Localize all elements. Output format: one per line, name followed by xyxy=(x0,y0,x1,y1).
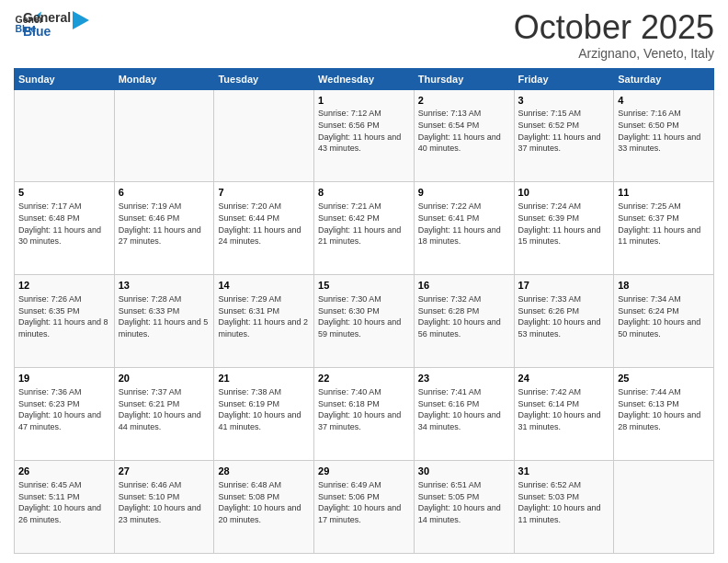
day-number: 19 xyxy=(18,372,110,385)
day-number: 2 xyxy=(418,94,510,108)
table-row: 4Sunrise: 7:16 AMSunset: 6:50 PMDaylight… xyxy=(614,89,714,182)
col-monday: Monday xyxy=(114,68,214,89)
day-info: Sunrise: 7:37 AMSunset: 6:21 PMDaylight:… xyxy=(119,386,210,432)
day-info: Sunrise: 7:36 AMSunset: 6:23 PMDaylight:… xyxy=(18,386,110,432)
day-number: 30 xyxy=(418,465,510,478)
table-row xyxy=(214,89,314,182)
day-number: 22 xyxy=(318,372,410,385)
col-wednesday: Wednesday xyxy=(314,68,415,89)
table-row: 25Sunrise: 7:44 AMSunset: 6:13 PMDayligh… xyxy=(614,368,714,461)
table-row: 16Sunrise: 7:32 AMSunset: 6:28 PMDayligh… xyxy=(414,275,514,368)
calendar-week-row: 1Sunrise: 7:12 AMSunset: 6:56 PMDaylight… xyxy=(15,89,714,182)
table-row: 12Sunrise: 7:26 AMSunset: 6:35 PMDayligh… xyxy=(15,275,115,368)
day-number: 23 xyxy=(418,372,510,385)
day-info: Sunrise: 7:16 AMSunset: 6:50 PMDaylight:… xyxy=(618,108,710,154)
month-title: October 2025 xyxy=(514,9,714,46)
day-info: Sunrise: 7:22 AMSunset: 6:41 PMDaylight:… xyxy=(418,201,510,247)
day-info: Sunrise: 6:49 AMSunset: 5:06 PMDaylight:… xyxy=(318,479,410,525)
day-info: Sunrise: 7:29 AMSunset: 6:31 PMDaylight:… xyxy=(218,293,310,339)
day-info: Sunrise: 7:40 AMSunset: 6:18 PMDaylight:… xyxy=(318,386,410,432)
day-number: 3 xyxy=(518,94,610,108)
day-number: 29 xyxy=(318,465,410,478)
day-number: 6 xyxy=(119,186,210,200)
day-number: 26 xyxy=(18,465,110,478)
day-number: 7 xyxy=(218,186,310,200)
day-info: Sunrise: 7:42 AMSunset: 6:14 PMDaylight:… xyxy=(518,386,610,432)
table-row: 5Sunrise: 7:17 AMSunset: 6:48 PMDaylight… xyxy=(15,182,115,275)
table-row: 10Sunrise: 7:24 AMSunset: 6:39 PMDayligh… xyxy=(514,182,614,275)
table-row: 8Sunrise: 7:21 AMSunset: 6:42 PMDaylight… xyxy=(314,182,415,275)
day-number: 31 xyxy=(518,465,610,478)
table-row: 11Sunrise: 7:25 AMSunset: 6:37 PMDayligh… xyxy=(614,182,714,275)
day-info: Sunrise: 7:28 AMSunset: 6:33 PMDaylight:… xyxy=(119,293,210,339)
table-row: 24Sunrise: 7:42 AMSunset: 6:14 PMDayligh… xyxy=(514,368,614,461)
table-row: 6Sunrise: 7:19 AMSunset: 6:46 PMDaylight… xyxy=(114,182,214,275)
day-number: 11 xyxy=(618,186,710,200)
day-info: Sunrise: 6:46 AMSunset: 5:10 PMDaylight:… xyxy=(119,479,210,525)
table-row xyxy=(614,461,714,554)
day-number: 1 xyxy=(318,94,410,108)
day-info: Sunrise: 7:25 AMSunset: 6:37 PMDaylight:… xyxy=(618,201,710,247)
day-number: 4 xyxy=(618,94,710,108)
day-number: 21 xyxy=(218,372,310,385)
day-number: 27 xyxy=(119,465,210,478)
day-number: 25 xyxy=(618,372,710,385)
day-info: Sunrise: 7:41 AMSunset: 6:16 PMDaylight:… xyxy=(418,386,510,432)
table-row: 21Sunrise: 7:38 AMSunset: 6:19 PMDayligh… xyxy=(214,368,314,461)
table-row: 27Sunrise: 6:46 AMSunset: 5:10 PMDayligh… xyxy=(114,461,214,554)
day-info: Sunrise: 7:19 AMSunset: 6:46 PMDaylight:… xyxy=(119,201,210,247)
table-row: 7Sunrise: 7:20 AMSunset: 6:44 PMDaylight… xyxy=(214,182,314,275)
calendar-week-row: 26Sunrise: 6:45 AMSunset: 5:11 PMDayligh… xyxy=(15,461,714,554)
day-number: 12 xyxy=(18,279,110,293)
calendar-week-row: 19Sunrise: 7:36 AMSunset: 6:23 PMDayligh… xyxy=(15,368,714,461)
day-number: 14 xyxy=(218,279,310,293)
day-info: Sunrise: 7:44 AMSunset: 6:13 PMDaylight:… xyxy=(618,386,710,432)
day-number: 28 xyxy=(218,465,310,478)
day-info: Sunrise: 6:51 AMSunset: 5:05 PMDaylight:… xyxy=(418,479,510,525)
page-header: General Blue General Blue October 2025 A… xyxy=(14,9,714,61)
day-number: 13 xyxy=(119,279,210,293)
table-row: 28Sunrise: 6:48 AMSunset: 5:08 PMDayligh… xyxy=(214,461,314,554)
table-row: 17Sunrise: 7:33 AMSunset: 6:26 PMDayligh… xyxy=(514,275,614,368)
day-info: Sunrise: 7:38 AMSunset: 6:19 PMDaylight:… xyxy=(218,386,310,432)
day-info: Sunrise: 6:48 AMSunset: 5:08 PMDaylight:… xyxy=(218,479,310,525)
col-thursday: Thursday xyxy=(414,68,514,89)
day-number: 18 xyxy=(618,279,710,293)
day-info: Sunrise: 7:34 AMSunset: 6:24 PMDaylight:… xyxy=(618,293,710,339)
logo-general: General xyxy=(23,11,71,25)
day-info: Sunrise: 7:26 AMSunset: 6:35 PMDaylight:… xyxy=(18,293,110,339)
table-row: 3Sunrise: 7:15 AMSunset: 6:52 PMDaylight… xyxy=(514,89,614,182)
day-info: Sunrise: 7:20 AMSunset: 6:44 PMDaylight:… xyxy=(218,201,310,247)
calendar-week-row: 5Sunrise: 7:17 AMSunset: 6:48 PMDaylight… xyxy=(15,182,714,275)
table-row: 26Sunrise: 6:45 AMSunset: 5:11 PMDayligh… xyxy=(15,461,115,554)
table-row: 29Sunrise: 6:49 AMSunset: 5:06 PMDayligh… xyxy=(314,461,415,554)
day-info: Sunrise: 7:13 AMSunset: 6:54 PMDaylight:… xyxy=(418,108,510,154)
day-info: Sunrise: 7:21 AMSunset: 6:42 PMDaylight:… xyxy=(318,201,410,247)
col-sunday: Sunday xyxy=(15,68,115,89)
logo-arrow-icon xyxy=(73,11,89,29)
table-row: 14Sunrise: 7:29 AMSunset: 6:31 PMDayligh… xyxy=(214,275,314,368)
day-number: 24 xyxy=(518,372,610,385)
title-block: October 2025 Arzignano, Veneto, Italy xyxy=(514,9,714,61)
table-row: 30Sunrise: 6:51 AMSunset: 5:05 PMDayligh… xyxy=(414,461,514,554)
day-info: Sunrise: 7:33 AMSunset: 6:26 PMDaylight:… xyxy=(518,293,610,339)
day-info: Sunrise: 7:17 AMSunset: 6:48 PMDaylight:… xyxy=(18,201,110,247)
col-tuesday: Tuesday xyxy=(214,68,314,89)
day-info: Sunrise: 7:15 AMSunset: 6:52 PMDaylight:… xyxy=(518,108,610,154)
table-row: 20Sunrise: 7:37 AMSunset: 6:21 PMDayligh… xyxy=(114,368,214,461)
calendar-table: Sunday Monday Tuesday Wednesday Thursday… xyxy=(14,68,714,554)
table-row: 2Sunrise: 7:13 AMSunset: 6:54 PMDaylight… xyxy=(414,89,514,182)
day-number: 5 xyxy=(18,186,110,200)
table-row xyxy=(15,89,115,182)
day-number: 10 xyxy=(518,186,610,200)
location-subtitle: Arzignano, Veneto, Italy xyxy=(514,46,714,61)
day-number: 8 xyxy=(318,186,410,200)
day-number: 20 xyxy=(119,372,210,385)
day-info: Sunrise: 6:45 AMSunset: 5:11 PMDaylight:… xyxy=(18,479,110,525)
table-row: 31Sunrise: 6:52 AMSunset: 5:03 PMDayligh… xyxy=(514,461,614,554)
table-row: 15Sunrise: 7:30 AMSunset: 6:30 PMDayligh… xyxy=(314,275,415,368)
svg-marker-3 xyxy=(73,11,89,29)
col-saturday: Saturday xyxy=(614,68,714,89)
table-row: 9Sunrise: 7:22 AMSunset: 6:41 PMDaylight… xyxy=(414,182,514,275)
day-info: Sunrise: 7:30 AMSunset: 6:30 PMDaylight:… xyxy=(318,293,410,339)
